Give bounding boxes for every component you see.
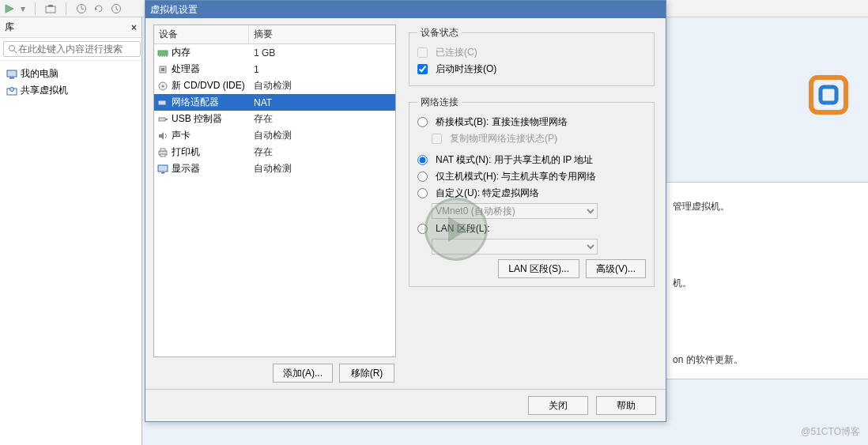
device-row[interactable]: 内存1 GB bbox=[154, 44, 395, 61]
library-title: 库 bbox=[5, 21, 14, 34]
connected-label: 已连接(C) bbox=[436, 46, 477, 59]
lan-segments-button[interactable]: LAN 区段(S)... bbox=[498, 259, 579, 278]
dialog-body: 设备 摘要 内存1 GB处理器1新 CD/DVD (IDE)自动检测网络适配器N… bbox=[145, 18, 666, 389]
custom-vmnet-select: VMnet0 (自动桥接) bbox=[432, 203, 598, 219]
remove-button[interactable]: 移除(R) bbox=[339, 364, 394, 383]
hostonly-row: 仅主机模式(H): 与主机共享的专用网络 bbox=[417, 168, 646, 185]
dialog-footer: 关闭 帮助 bbox=[145, 389, 666, 421]
svg-rect-2 bbox=[48, 5, 53, 7]
device-row[interactable]: 网络适配器NAT bbox=[154, 94, 395, 111]
svg-point-11 bbox=[10, 87, 14, 91]
svg-rect-26 bbox=[165, 119, 168, 120]
svg-point-6 bbox=[9, 46, 15, 51]
device-name: 新 CD/DVD (IDE) bbox=[172, 79, 245, 92]
bg-text: 管理虚拟机。 bbox=[673, 200, 868, 213]
watermark: @51CTO博客 bbox=[801, 425, 860, 439]
help-button[interactable]: 帮助 bbox=[596, 396, 656, 415]
library-pane: 库 × ▾ 我的电脑 共享虚拟机 bbox=[0, 17, 142, 445]
bridged-radio[interactable] bbox=[417, 117, 428, 127]
svg-rect-29 bbox=[160, 149, 165, 151]
dropdown-arrow-icon[interactable]: ▾ bbox=[21, 3, 25, 14]
add-button[interactable]: 添加(A)... bbox=[273, 364, 333, 383]
svg-rect-30 bbox=[160, 154, 165, 157]
tree-item-my-computer[interactable]: 我的电脑 bbox=[3, 66, 138, 82]
hostonly-radio[interactable] bbox=[417, 172, 428, 182]
col-summary: 摘要 bbox=[249, 25, 277, 43]
vm-settings-dialog: 虚拟机设置 设备 摘要 内存1 GB处理器1新 CD/DVD (IDE)自动检测… bbox=[145, 0, 666, 422]
lan-segment-select bbox=[432, 239, 598, 255]
device-name: 声卡 bbox=[172, 129, 191, 142]
svg-rect-32 bbox=[161, 172, 164, 174]
custom-select-row: VMnet0 (自动桥接) bbox=[417, 202, 646, 221]
lan-row: LAN 区段(L): bbox=[417, 221, 646, 237]
device-summary: 自动检测 bbox=[249, 77, 296, 94]
tree-item-label: 我的电脑 bbox=[21, 67, 58, 81]
device-row[interactable]: USB 控制器存在 bbox=[154, 111, 395, 127]
custom-radio[interactable] bbox=[417, 188, 428, 198]
custom-row: 自定义(U): 特定虚拟网络 bbox=[417, 185, 646, 202]
dialog-titlebar: 虚拟机设置 bbox=[145, 1, 666, 18]
tree-item-shared-vms[interactable]: 共享虚拟机 bbox=[3, 82, 138, 99]
svg-rect-9 bbox=[9, 77, 14, 79]
settings-panel: 设备状态 已连接(C) 启动时连接(O) 网络连接 桥接模式(B): 直接连接物… bbox=[402, 18, 666, 389]
network-connection-group: 网络连接 桥接模式(B): 直接连接物理网络 复制物理网络连接状态(P) NAT… bbox=[409, 96, 655, 287]
device-row[interactable]: 显示器自动检测 bbox=[154, 160, 395, 177]
bridged-replicate-row: 复制物理网络连接状态(P) bbox=[417, 130, 646, 147]
svg-rect-14 bbox=[158, 51, 168, 55]
device-summary: NAT bbox=[249, 96, 277, 110]
device-row[interactable]: 新 CD/DVD (IDE)自动检测 bbox=[154, 77, 395, 94]
memory-icon bbox=[157, 48, 168, 58]
clock-icon[interactable] bbox=[76, 3, 87, 14]
tree-item-label: 共享虚拟机 bbox=[21, 84, 68, 97]
shared-vm-icon bbox=[6, 86, 17, 96]
device-status-group: 设备状态 已连接(C) 启动时连接(O) bbox=[409, 26, 655, 86]
device-actions: 添加(A)... 移除(R) bbox=[153, 357, 396, 383]
computer-icon bbox=[6, 70, 17, 79]
device-list-header: 设备 摘要 bbox=[154, 25, 395, 44]
separator bbox=[66, 2, 66, 15]
refresh-icon[interactable] bbox=[93, 3, 104, 14]
svg-rect-31 bbox=[158, 165, 168, 172]
device-row[interactable]: 打印机存在 bbox=[154, 144, 395, 160]
device-row[interactable]: 处理器1 bbox=[154, 61, 395, 77]
cpu-icon bbox=[157, 65, 168, 74]
sound-icon bbox=[157, 131, 168, 141]
device-panel: 设备 摘要 内存1 GB处理器1新 CD/DVD (IDE)自动检测网络适配器N… bbox=[145, 18, 402, 389]
bg-text: 机。 bbox=[673, 277, 868, 290]
svg-rect-24 bbox=[166, 102, 168, 104]
replicate-checkbox bbox=[432, 134, 442, 144]
cd-icon bbox=[157, 81, 168, 91]
clock2-icon[interactable] bbox=[111, 3, 122, 14]
device-list: 设备 摘要 内存1 GB处理器1新 CD/DVD (IDE)自动检测网络适配器N… bbox=[153, 25, 396, 357]
connect-start-checkbox[interactable] bbox=[417, 64, 428, 74]
svg-rect-1 bbox=[46, 6, 55, 13]
search-input[interactable] bbox=[3, 41, 141, 57]
device-summary: 自动检测 bbox=[249, 127, 296, 144]
device-name: 网络适配器 bbox=[172, 96, 219, 109]
close-icon[interactable]: × bbox=[131, 22, 137, 33]
device-name: 内存 bbox=[172, 46, 191, 59]
device-summary: 自动检测 bbox=[249, 160, 296, 177]
play-icon[interactable] bbox=[5, 4, 14, 13]
svg-rect-20 bbox=[161, 68, 164, 71]
svg-marker-0 bbox=[6, 5, 13, 13]
close-button[interactable]: 关闭 bbox=[528, 396, 588, 415]
bridged-row: 桥接模式(B): 直接连接物理网络 bbox=[417, 114, 646, 130]
library-tree: 我的电脑 共享虚拟机 bbox=[0, 61, 142, 104]
nat-label: NAT 模式(N): 用于共享主机的 IP 地址 bbox=[436, 153, 593, 167]
svg-point-22 bbox=[162, 85, 164, 87]
device-name: 打印机 bbox=[172, 145, 200, 159]
separator bbox=[35, 2, 36, 15]
device-row[interactable]: 声卡自动检测 bbox=[154, 127, 395, 144]
device-summary: 1 GB bbox=[249, 46, 280, 60]
usb-icon bbox=[157, 115, 168, 124]
device-name: USB 控制器 bbox=[172, 112, 222, 126]
lan-radio[interactable] bbox=[417, 224, 428, 234]
svg-rect-13 bbox=[821, 87, 836, 103]
advanced-button[interactable]: 高级(V)... bbox=[586, 259, 646, 278]
nat-row: NAT 模式(N): 用于共享主机的 IP 地址 bbox=[417, 152, 646, 168]
snapshot-icon[interactable] bbox=[45, 4, 56, 13]
nat-radio[interactable] bbox=[417, 155, 428, 165]
svg-line-7 bbox=[14, 51, 17, 53]
device-summary: 1 bbox=[249, 62, 264, 77]
